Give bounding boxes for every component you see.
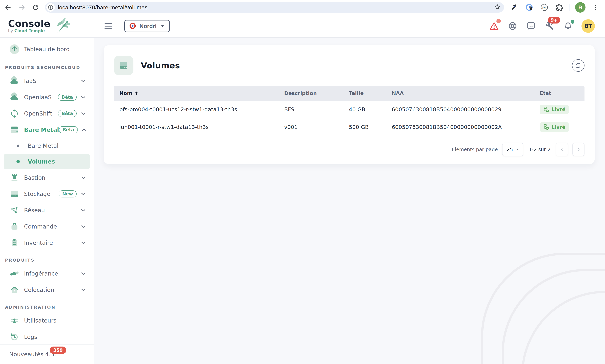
chevron-down-icon[interactable] <box>80 110 87 117</box>
volume-naa: 6005076300818B504000000000000029 <box>390 106 538 113</box>
volumes-table: Nom Description Taille NAA Etat bfs-bm00… <box>114 86 584 136</box>
sidebar-item-label: Réseau <box>24 207 80 214</box>
beta-badge: Bêta <box>58 110 77 117</box>
status-badge: Livré <box>540 104 569 114</box>
feedback-icon[interactable] <box>526 21 536 31</box>
sidebar-item-logs[interactable]: Logs <box>0 329 94 344</box>
sidebar-item-label: OpenIaaS <box>24 94 58 101</box>
site-info-icon[interactable] <box>46 3 55 12</box>
support-lifebuoy-icon[interactable] <box>508 21 518 31</box>
url-text: localhost:8070/bare-metal/volumes <box>58 4 494 11</box>
back-icon[interactable] <box>3 3 13 12</box>
dragonfly-icon <box>54 16 74 36</box>
browser-menu-kebab-icon[interactable] <box>591 2 601 13</box>
chevron-down-icon[interactable] <box>80 286 87 293</box>
chevron-down-icon[interactable] <box>80 94 87 101</box>
users-icon <box>9 315 20 326</box>
sidebar-section-administration: ADMINISTRATION <box>0 302 94 312</box>
sidebar-item-infogerance[interactable]: Infogérance <box>0 265 94 282</box>
eyedropper-icon[interactable] <box>509 2 519 13</box>
alert-warning-icon[interactable] <box>489 21 499 31</box>
sidebar-item-inventaire[interactable]: Inventaire <box>0 234 94 251</box>
beta-badge: Bêta <box>58 94 77 101</box>
logo-title: Console <box>8 19 50 28</box>
sidebar-subitem-bare-metal[interactable]: Bare Metal <box>4 138 90 154</box>
chevron-down-icon[interactable] <box>80 174 87 181</box>
whats-new-link[interactable]: Nouveautés 4.3.1 359 <box>0 344 94 364</box>
sidebar-nav: Tableau de bord PRODUITS SECNUMCLOUD Iaa… <box>0 38 94 344</box>
sidebar-item-openiaas[interactable]: OpenIaaS Bêta <box>0 89 94 105</box>
sidebar-item-commande[interactable]: Commande <box>0 218 94 234</box>
handshake-icon <box>9 268 20 279</box>
toolbar-separator <box>570 4 570 11</box>
delivered-icon <box>543 124 549 130</box>
tools-count-badge: 9+ <box>548 17 560 24</box>
volumes-card: Volumes Nom Description Taille <box>104 45 595 164</box>
browser-profile-avatar[interactable]: B <box>575 2 586 13</box>
previous-page-button[interactable] <box>556 143 568 156</box>
volume-name: bfs-bm004-t0001-ucs12-r-stw1-data13-th3s <box>114 106 283 113</box>
sidebar-section-secnumcloud: PRODUITS SECNUMCLOUD <box>0 62 94 73</box>
sidebar-item-colocation[interactable]: Colocation <box>0 282 94 298</box>
screen: localhost:8070/bare-metal/volumes rM B <box>0 0 605 364</box>
next-page-button[interactable] <box>572 143 584 156</box>
user-avatar[interactable]: BT <box>581 19 595 33</box>
chevron-right-icon <box>575 146 581 153</box>
bookmark-star-icon[interactable] <box>494 3 501 12</box>
logo-by: by <box>8 28 13 33</box>
volume-description: v001 <box>283 124 348 130</box>
chevron-up-icon[interactable] <box>81 126 88 133</box>
sidebar-item-openshift[interactable]: OpenShift Bêta <box>0 105 94 122</box>
sidebar: Console byCloud Temple <box>0 15 94 364</box>
sidebar-item-bare-metal[interactable]: Bare Metal Bêta <box>0 122 94 138</box>
sidebar-item-stockage[interactable]: Stockage New <box>0 186 94 202</box>
chevron-down-icon[interactable] <box>80 239 87 246</box>
table-row[interactable]: lun001-t0001-r-stw1-data13-th3s v001 500… <box>114 118 584 136</box>
browser-extensions: rM B <box>509 2 601 13</box>
rm-extension-icon[interactable]: rM <box>539 2 549 13</box>
organization-selector[interactable]: Nordri <box>124 20 170 32</box>
tools-icon[interactable]: 9+ <box>544 21 555 31</box>
table-header-row: Nom Description Taille NAA Etat <box>114 86 584 101</box>
notifications-bell-icon[interactable] <box>563 21 573 31</box>
address-bar[interactable]: localhost:8070/bare-metal/volumes <box>45 2 504 13</box>
bullet-icon <box>13 160 23 163</box>
sidebar-item-utilisateurs[interactable]: Utilisateurs <box>0 312 94 329</box>
chevron-down-icon[interactable] <box>80 270 87 277</box>
chevron-down-icon[interactable] <box>80 191 87 197</box>
alert-dot-badge <box>497 19 501 23</box>
sidebar-item-label: Colocation <box>24 286 80 293</box>
volume-size: 500 GB <box>348 124 390 130</box>
column-header-etat[interactable]: Etat <box>538 90 584 96</box>
sidebar-subitem-volumes[interactable]: Volumes <box>4 154 90 169</box>
sidebar-item-label: Inventaire <box>24 239 80 246</box>
bullet-icon <box>13 144 23 147</box>
beta-badge: Bêta <box>59 126 78 133</box>
pagination: Eléments par page 25 1-2 sur 2 <box>114 143 584 156</box>
page-size-select[interactable]: 25 <box>502 143 523 156</box>
column-header-naa[interactable]: NAA <box>390 90 538 96</box>
app-logo[interactable]: Console byCloud Temple <box>0 15 94 38</box>
forward-icon[interactable] <box>17 3 27 12</box>
volume-naa: 6005076300818B50400000000000002A <box>390 124 538 130</box>
refresh-button[interactable] <box>572 59 584 72</box>
extensions-puzzle-icon[interactable] <box>554 2 565 13</box>
column-header-taille[interactable]: Taille <box>348 90 390 96</box>
sidebar-item-dashboard[interactable]: Tableau de bord <box>0 41 94 57</box>
items-per-page-label: Eléments par page <box>452 147 498 152</box>
reload-icon[interactable] <box>31 3 40 12</box>
chevron-down-icon[interactable] <box>80 207 87 214</box>
sidebar-item-label: Stockage <box>24 191 59 197</box>
column-header-description[interactable]: Description <box>283 90 348 96</box>
topbar: Nordri 9+ <box>94 15 605 38</box>
sidebar-item-reseau[interactable]: Réseau <box>0 202 94 218</box>
content-area: Volumes Nom Description Taille <box>94 38 605 364</box>
sidebar-item-bastion[interactable]: Bastion <box>0 169 94 186</box>
password-manager-icon[interactable] <box>524 2 534 13</box>
chevron-down-icon[interactable] <box>80 223 87 230</box>
sidebar-item-iaas[interactable]: IaaS <box>0 73 94 89</box>
chevron-down-icon[interactable] <box>80 78 87 84</box>
table-row[interactable]: bfs-bm004-t0001-ucs12-r-stw1-data13-th3s… <box>114 101 584 118</box>
column-header-nom[interactable]: Nom <box>114 90 283 96</box>
hamburger-menu-icon[interactable] <box>105 23 112 29</box>
